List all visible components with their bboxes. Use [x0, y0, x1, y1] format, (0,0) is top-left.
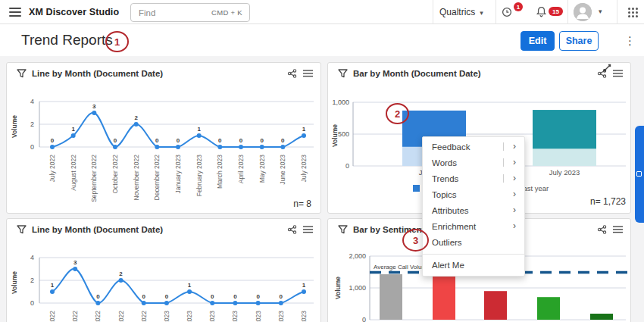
data-point[interactable]	[187, 289, 192, 294]
data-point[interactable]	[142, 301, 146, 305]
menu-item-topics[interactable]: Topics›	[423, 186, 524, 202]
svg-text:0: 0	[211, 293, 214, 300]
svg-text:0: 0	[96, 293, 100, 300]
svg-text:0: 0	[233, 293, 237, 300]
annotation-circle-3: 3	[402, 229, 429, 252]
data-point[interactable]	[302, 133, 306, 138]
svg-text:June 2023: June 2023	[279, 155, 286, 185]
divider	[496, 0, 496, 24]
search-placeholder: Find	[139, 8, 211, 17]
data-point[interactable]	[155, 145, 159, 149]
legend-swatch	[413, 185, 420, 192]
data-point[interactable]	[176, 145, 180, 149]
svg-text:July 2023: July 2023	[300, 311, 308, 322]
bar[interactable]	[484, 291, 507, 320]
data-point[interactable]	[197, 133, 202, 138]
svg-text:November 2022: November 2022	[117, 311, 125, 322]
svg-text:2: 2	[30, 277, 34, 284]
menu-item-label: Outliers	[432, 238, 462, 247]
search-shortcut: CMD + K	[211, 8, 242, 17]
data-point[interactable]	[50, 289, 55, 294]
svg-text:January 2023: January 2023	[163, 311, 170, 322]
hamburger-menu-icon[interactable]	[9, 8, 21, 17]
chevron-right-icon: ›	[513, 141, 516, 152]
data-point[interactable]	[119, 278, 123, 283]
svg-text:November 2022: November 2022	[133, 155, 140, 201]
data-point[interactable]	[279, 301, 283, 305]
svg-text:Volume: Volume	[334, 277, 342, 299]
svg-text:January 2023: January 2023	[174, 155, 182, 194]
divider	[503, 142, 504, 151]
menu-item-feedback[interactable]: Feedback›	[423, 139, 524, 155]
bell-icon[interactable]	[536, 6, 547, 21]
svg-text:March 2023: March 2023	[216, 155, 224, 189]
menu-item-words[interactable]: Words›	[423, 155, 524, 170]
data-point[interactable]	[164, 301, 169, 305]
svg-text:February 2023: February 2023	[186, 311, 193, 322]
bar[interactable]	[537, 297, 560, 320]
chevron-right-icon: ›	[513, 205, 516, 215]
data-point[interactable]	[210, 301, 214, 305]
avatar-chevron-down-icon[interactable]: ▾	[599, 8, 602, 15]
bar[interactable]	[433, 275, 455, 320]
chevron-right-icon: ›	[513, 220, 516, 231]
data-point[interactable]	[260, 145, 264, 149]
menu-item-outliers[interactable]: Outliers	[423, 234, 524, 250]
menu-item-label: Words	[432, 158, 457, 167]
data-point[interactable]	[239, 145, 243, 149]
menu-item-trends[interactable]: Trends›	[423, 170, 524, 186]
data-point[interactable]	[92, 111, 96, 115]
chevron-right-icon: ›	[513, 157, 516, 167]
svg-text:1: 1	[302, 282, 306, 289]
data-point[interactable]	[302, 289, 306, 294]
avatar[interactable]	[574, 3, 592, 21]
data-point[interactable]	[73, 267, 77, 271]
svg-text:1: 1	[71, 126, 75, 133]
svg-text:May 2023: May 2023	[255, 311, 262, 322]
data-point[interactable]	[71, 133, 76, 138]
activity-clock-icon[interactable]	[502, 7, 512, 20]
svg-text:500: 500	[338, 130, 349, 138]
menu-item-label: Feedback	[432, 142, 470, 152]
svg-text:October 2022: October 2022	[111, 155, 119, 194]
svg-text:1: 1	[51, 282, 55, 289]
feedback-side-tab[interactable]	[635, 126, 644, 223]
svg-text:December 2022: December 2022	[140, 311, 148, 322]
org-label: Qualtrics	[439, 7, 475, 17]
data-point[interactable]	[95, 301, 100, 305]
org-dropdown[interactable]: Qualtrics▾	[439, 7, 483, 17]
expand-icon[interactable]	[602, 62, 612, 76]
data-point[interactable]	[217, 145, 222, 149]
data-point[interactable]	[280, 145, 285, 149]
menu-item-attributes[interactable]: Attributes›	[423, 202, 524, 218]
menu-item-label: Topics	[432, 190, 457, 199]
annotation-circle-1: 1	[105, 31, 129, 52]
svg-text:July 2022: July 2022	[48, 155, 56, 183]
svg-text:April 2023: April 2023	[237, 155, 245, 184]
data-point[interactable]	[113, 145, 117, 149]
edit-button[interactable]: Edit	[521, 31, 555, 51]
app-grid-icon[interactable]	[627, 7, 639, 21]
kebab-menu-icon[interactable]: ⋮	[624, 33, 636, 48]
bar-segment[interactable]	[533, 148, 596, 166]
n-count-label: n= 1,723	[590, 196, 626, 207]
svg-text:October 2022: October 2022	[94, 311, 102, 322]
menu-item-label: Enrichment	[432, 222, 476, 231]
svg-text:May 2023: May 2023	[258, 155, 266, 183]
menu-item-alert-me[interactable]: Alert Me	[423, 255, 524, 276]
bar-segment[interactable]	[533, 110, 596, 148]
menu-item-enrichment[interactable]: Enrichment›	[423, 218, 524, 234]
search-input[interactable]: Find CMD + K	[130, 3, 250, 22]
data-point[interactable]	[50, 145, 55, 149]
bar[interactable]	[590, 314, 613, 320]
data-point[interactable]	[256, 301, 261, 305]
svg-text:0: 0	[281, 137, 285, 144]
bar[interactable]	[380, 274, 402, 320]
share-button[interactable]: Share	[559, 31, 599, 51]
svg-text:0: 0	[114, 137, 117, 144]
data-point[interactable]	[134, 122, 139, 127]
data-point[interactable]	[233, 301, 237, 305]
svg-text:2: 2	[30, 120, 34, 128]
activity-badge: 1	[514, 2, 523, 11]
svg-text:August 2022: August 2022	[70, 155, 77, 191]
